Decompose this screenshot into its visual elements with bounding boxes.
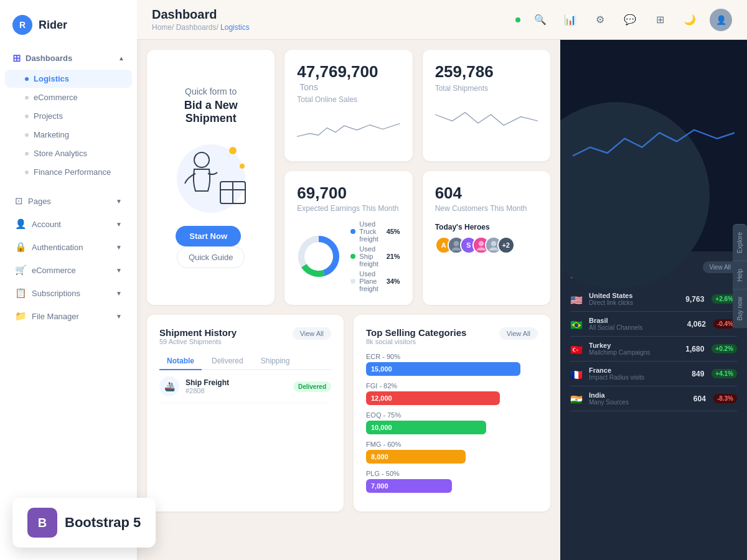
shipment-history-card: Shipment History 59 Active Shipments Vie… [147, 315, 344, 511]
customers-value: 604 [435, 184, 538, 203]
sidebar-item-store-analytics[interactable]: Store Analytics [5, 144, 132, 162]
breadcrumb-home[interactable]: Home/ [152, 23, 176, 32]
logistics-label: Logistics [34, 74, 69, 83]
sidebar-item-subscriptions[interactable]: 📋 Subscriptions ▼ [2, 282, 134, 304]
bar-fgi-track: 12,000 [366, 391, 500, 405]
dashboards-label: Dashboards [26, 54, 72, 63]
breadcrumb-dashboards[interactable]: Dashboards/ [176, 23, 220, 32]
freight-legend: Used Truck freight 45% Used Ship freight… [350, 220, 400, 292]
auth-icon: 🔒 [15, 241, 27, 253]
quick-form-illustration [161, 135, 261, 216]
store-analytics-label: Store Analytics [34, 149, 87, 158]
shipment-icon: 🚢 [159, 376, 179, 396]
us-visits: 9,763 [685, 295, 704, 304]
heroes-label: Today's Heroes [435, 223, 538, 231]
tab-notable[interactable]: Notable [159, 353, 202, 370]
sidebar-item-ecommerce[interactable]: eCommerce [5, 88, 132, 106]
donut-section: Used Truck freight 45% Used Ship freight… [297, 220, 400, 292]
right-panel: Visits by Country 20 countries share 97%… [560, 40, 747, 560]
sidebar-item-projects[interactable]: Projects [5, 107, 132, 125]
plane-label: Used Plane freight [359, 270, 386, 292]
ecommerce-group-icon: 🛒 [15, 264, 27, 276]
fr-flag: 🇫🇷 [570, 369, 584, 379]
online-sales-value: 47,769,700 [297, 62, 378, 81]
dashboards-icon: ⊞ [12, 52, 21, 64]
visits-view-all[interactable]: View All [703, 261, 737, 273]
categories-view-all[interactable]: View All [499, 327, 538, 340]
grid-icon[interactable]: ⊞ [650, 10, 670, 30]
header-actions: 🔍 📊 ⚙ 💬 ⊞ 🌙 👤 [515, 9, 732, 31]
tab-delivered[interactable]: Delivered [204, 353, 251, 370]
chart-icon[interactable]: 📊 [560, 10, 580, 30]
top-stats-grid: Quick form to Bid a New Shipment [147, 50, 550, 305]
quick-guide-button[interactable]: Quick Guide [177, 246, 245, 268]
in-change: -8.3% [713, 394, 737, 403]
buy-now-tab[interactable]: Buy now [733, 289, 747, 328]
tr-info: Turkey Mailchimp Campaigns [589, 342, 680, 356]
in-source: Many Sources [589, 399, 688, 406]
user-avatar[interactable]: 👤 [710, 9, 732, 31]
account-chevron: ▼ [116, 221, 122, 228]
chat-icon[interactable]: 💬 [620, 10, 640, 30]
bar-fmg-track: 8,000 [366, 450, 466, 464]
bar-fgi-value: 12,000 [371, 394, 392, 402]
projects-dot [25, 114, 29, 118]
app-name: Rider [39, 19, 67, 32]
sidebar-item-file-manager[interactable]: 📁 File Manager ▼ [2, 305, 134, 327]
category-bars: ECR - 90% 15,000 FGI - 82% 12,000 [366, 353, 538, 493]
right-panel-top [560, 40, 747, 251]
br-name: Brasil [589, 317, 682, 324]
sidebar-item-account[interactable]: 👤 Account ▼ [2, 213, 134, 235]
shipment-id: #2808 [186, 387, 229, 394]
shipment-view-all[interactable]: View All [293, 327, 331, 340]
sidebar-item-pages[interactable]: ⊡ Pages ▼ [2, 190, 134, 212]
shipments-label: Total Shipments [435, 84, 538, 93]
ecommerce-label: eCommerce [34, 93, 78, 102]
quick-form-subtitle: Quick form to [185, 86, 237, 96]
tab-shipping[interactable]: Shipping [253, 353, 298, 370]
shipments-card: 259,786 Total Shipments [423, 50, 550, 161]
in-visits: 604 [693, 394, 706, 403]
start-now-button[interactable]: Start Now [176, 226, 241, 246]
account-icon: 👤 [15, 218, 27, 230]
shipment-name: Ship Freight [186, 378, 229, 387]
content-area: Quick form to Bid a New Shipment [137, 40, 747, 560]
explore-tab[interactable]: Explore [733, 224, 747, 261]
auth-label: Authentication [32, 243, 83, 252]
dashboards-header[interactable]: ⊞ Dashboards ▲ [0, 47, 137, 69]
help-tab[interactable]: Help [733, 261, 747, 289]
shipment-status: Delivered [293, 381, 331, 392]
bar-fgi-label: FGI - 82% [366, 382, 538, 390]
sidebar-item-marketing[interactable]: Marketing [5, 126, 132, 144]
in-info: India Many Sources [589, 391, 688, 406]
top-selling-title: Top Selling Categories [366, 327, 466, 338]
ecommerce-group-label: eCommerce [32, 266, 76, 275]
earnings-value: 69,700 [297, 184, 400, 203]
file-manager-chevron: ▼ [116, 313, 122, 320]
marketing-dot [25, 133, 29, 137]
bootstrap-logo: B [27, 508, 57, 538]
online-sales-chart [297, 111, 400, 149]
logo[interactable]: R Rider [0, 10, 137, 47]
bar-ecr: ECR - 90% 15,000 [366, 353, 538, 376]
shipment-info: Ship Freight #2808 [186, 378, 229, 394]
sidebar-item-authentication[interactable]: 🔒 Authentication ▼ [2, 236, 134, 258]
subscriptions-label: Subscriptions [32, 289, 80, 298]
settings-icon[interactable]: ⚙ [590, 10, 610, 30]
search-icon[interactable]: 🔍 [530, 10, 550, 30]
sidebar: R Rider ⊞ Dashboards ▲ Logistics eCommer… [0, 0, 137, 560]
sidebar-item-finance-performance[interactable]: Finance Performance [5, 163, 132, 181]
theme-toggle[interactable]: 🌙 [680, 10, 700, 30]
ecommerce-dot [25, 96, 29, 100]
fr-info: France Impact Radius visits [589, 366, 687, 381]
sidebar-item-logistics[interactable]: Logistics [5, 70, 132, 88]
sidebar-item-ecommerce-group[interactable]: 🛒 eCommerce ▼ [2, 259, 134, 281]
us-source: Direct link clicks [589, 299, 680, 306]
bar-fmg-value: 8,000 [371, 453, 388, 460]
categories-title-group: Top Selling Categories 8k social visitor… [366, 327, 466, 345]
fr-name: France [589, 366, 687, 374]
finance-performance-dot [25, 170, 29, 174]
shipment-history-title: Shipment History [159, 327, 237, 338]
bar-plg-value: 7,000 [371, 482, 388, 490]
svg-point-14 [478, 241, 484, 246]
